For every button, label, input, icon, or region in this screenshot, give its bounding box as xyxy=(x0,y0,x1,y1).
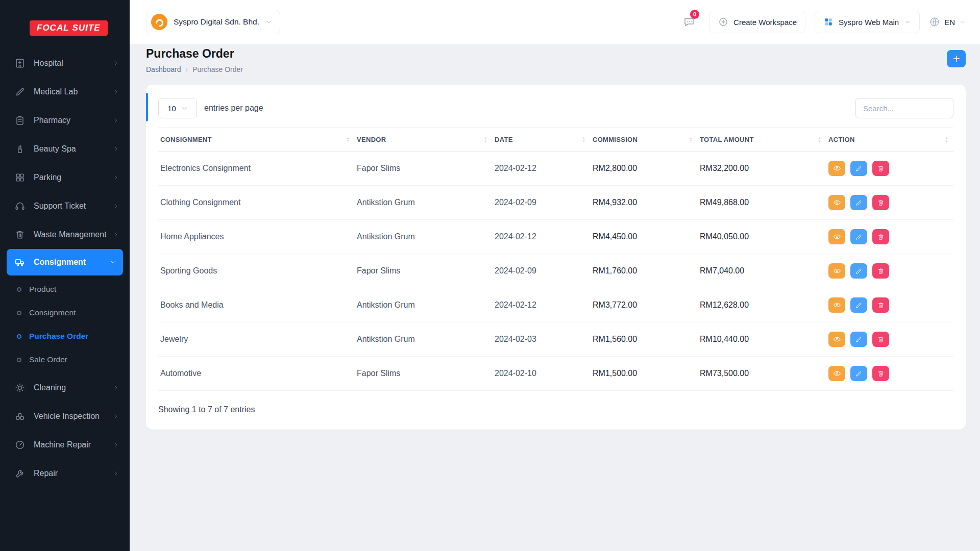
search-input[interactable] xyxy=(855,98,953,118)
bullet-icon xyxy=(17,311,21,315)
sidebar-subitem-purchase-order[interactable]: Purchase Order xyxy=(0,324,130,348)
sort-icon xyxy=(344,136,352,143)
edit-button[interactable] xyxy=(850,229,867,244)
column-header-consignment[interactable]: CONSIGNMENT xyxy=(158,128,355,152)
cell-date: 2024-02-12 xyxy=(493,220,591,254)
cell-vendor: Antikstion Grum xyxy=(355,288,493,322)
sidebar-item-pharmacy[interactable]: Pharmacy xyxy=(0,106,130,135)
edit-button[interactable] xyxy=(850,161,867,176)
cell-commission: RM1,560.00 xyxy=(591,322,698,357)
sidebar-item-label: Waste Management xyxy=(34,230,112,239)
cell-commission: RM4,932.00 xyxy=(591,186,698,220)
sidebar-item-label: Pharmacy xyxy=(34,116,112,125)
sidebar-item-vehicle-inspection[interactable]: Vehicle Inspection xyxy=(0,402,130,431)
chevron-down-icon xyxy=(904,18,911,26)
table-summary: Showing 1 to 7 of 7 entries xyxy=(158,405,953,414)
chevron-down-icon xyxy=(110,259,117,266)
cell-vendor: Fapor Slims xyxy=(355,254,493,288)
table-row: Jewelry Antikstion Grum 2024-02-03 RM1,5… xyxy=(158,322,953,357)
edit-button[interactable] xyxy=(850,297,867,313)
sort-icon xyxy=(687,136,695,143)
sidebar-item-consignment[interactable]: Consignment xyxy=(7,249,123,276)
delete-button[interactable] xyxy=(872,229,889,244)
edit-button[interactable] xyxy=(850,263,867,279)
sidebar-subitem-sale-order[interactable]: Sale Order xyxy=(0,348,130,371)
chevron-down-icon xyxy=(959,19,966,26)
row-actions xyxy=(828,366,950,381)
create-workspace-button[interactable]: Create Workspace xyxy=(709,11,805,33)
delete-button[interactable] xyxy=(872,332,889,347)
create-workspace-label: Create Workspace xyxy=(733,18,797,27)
column-header-commission[interactable]: COMMISSION xyxy=(591,128,698,152)
sidebar-item-beauty-spa[interactable]: Beauty Spa xyxy=(0,135,130,163)
sidebar-item-hospital[interactable]: Hospital xyxy=(0,49,130,78)
plus-icon xyxy=(952,54,961,63)
sidebar-item-medical-lab[interactable]: Medical Lab xyxy=(0,78,130,106)
column-header-total-amount[interactable]: TOTAL AMOUNT xyxy=(698,128,826,152)
sidebar-item-support-ticket[interactable]: Support Ticket xyxy=(0,192,130,220)
sidebar-item-repair[interactable]: Repair xyxy=(0,459,130,488)
column-header-action[interactable]: ACTION xyxy=(826,128,953,152)
sidebar-item-label: Repair xyxy=(34,469,112,478)
view-button[interactable] xyxy=(828,229,845,244)
chevron-right-icon xyxy=(112,117,119,124)
edit-button[interactable] xyxy=(850,366,867,381)
sidebar-subitem-label: Product xyxy=(29,285,56,294)
company-selector[interactable]: Syspro Digital Sdn. Bhd. xyxy=(146,10,280,34)
cell-consignment: Sporting Goods xyxy=(158,254,355,288)
row-actions xyxy=(828,263,950,279)
breadcrumb-link-dashboard[interactable]: Dashboard xyxy=(146,65,181,73)
eye-icon xyxy=(833,301,841,309)
chevron-down-icon xyxy=(181,105,188,112)
brand-logo-text-2: SUITE xyxy=(72,23,101,33)
sidebar-item-parking[interactable]: Parking xyxy=(0,163,130,192)
cell-vendor: Antikstion Grum xyxy=(355,220,493,254)
sort-icon xyxy=(482,136,489,143)
column-header-vendor[interactable]: VENDOR xyxy=(355,128,493,152)
delete-button[interactable] xyxy=(872,195,889,210)
eye-icon xyxy=(833,233,841,241)
delete-button[interactable] xyxy=(872,366,889,381)
trash-icon xyxy=(877,302,885,309)
sidebar-subitem-consignment[interactable]: Consignment xyxy=(0,301,130,324)
table-header-row: CONSIGNMENT VENDOR DATE COMMISSION TOTAL… xyxy=(158,128,953,152)
chat-button[interactable]: 0 xyxy=(678,12,700,32)
delete-button[interactable] xyxy=(872,297,889,313)
binoculars-icon xyxy=(14,411,26,422)
view-button[interactable] xyxy=(828,195,845,210)
edit-button[interactable] xyxy=(850,332,867,347)
sidebar-subitem-product[interactable]: Product xyxy=(0,278,130,301)
breadcrumb-current: Purchase Order xyxy=(192,65,243,73)
cell-total-amount: RM32,200.00 xyxy=(698,152,826,186)
workspace-selector[interactable]: Syspro Web Main xyxy=(815,11,920,33)
bullet-icon xyxy=(17,287,21,292)
sidebar-item-cleaning[interactable]: Cleaning xyxy=(0,373,130,402)
delete-button[interactable] xyxy=(872,263,889,279)
view-button[interactable] xyxy=(828,263,845,279)
view-button[interactable] xyxy=(828,332,845,347)
trash-icon xyxy=(877,233,885,241)
delete-button[interactable] xyxy=(872,161,889,176)
pencil-icon xyxy=(855,336,863,343)
edit-button[interactable] xyxy=(850,195,867,210)
pencil-icon xyxy=(855,199,863,207)
pencil-icon xyxy=(855,370,863,378)
view-button[interactable] xyxy=(828,161,845,176)
sort-icon xyxy=(580,136,587,143)
cell-consignment: Clothing Consignment xyxy=(158,186,355,220)
trash-icon xyxy=(877,336,885,343)
breadcrumb-separator: › xyxy=(186,65,188,73)
bullet-icon xyxy=(17,334,21,339)
add-purchase-order-button[interactable] xyxy=(947,50,966,67)
sidebar-item-waste-management[interactable]: Waste Management xyxy=(0,220,130,249)
column-header-date[interactable]: DATE xyxy=(493,128,591,152)
sidebar-item-machine-repair[interactable]: Machine Repair xyxy=(0,431,130,459)
purchase-order-card: 10 entries per page CONSIGNMENT VENDOR D… xyxy=(146,85,966,430)
view-button[interactable] xyxy=(828,297,845,313)
sidebar-item-label: Medical Lab xyxy=(34,87,112,96)
view-button[interactable] xyxy=(828,366,845,381)
cell-commission: RM1,760.00 xyxy=(591,254,698,288)
language-selector[interactable]: EN xyxy=(929,16,966,28)
entries-per-page-select[interactable]: 10 xyxy=(158,98,197,118)
page-content: Purchase Order Dashboard › Purchase Orde… xyxy=(130,44,980,551)
